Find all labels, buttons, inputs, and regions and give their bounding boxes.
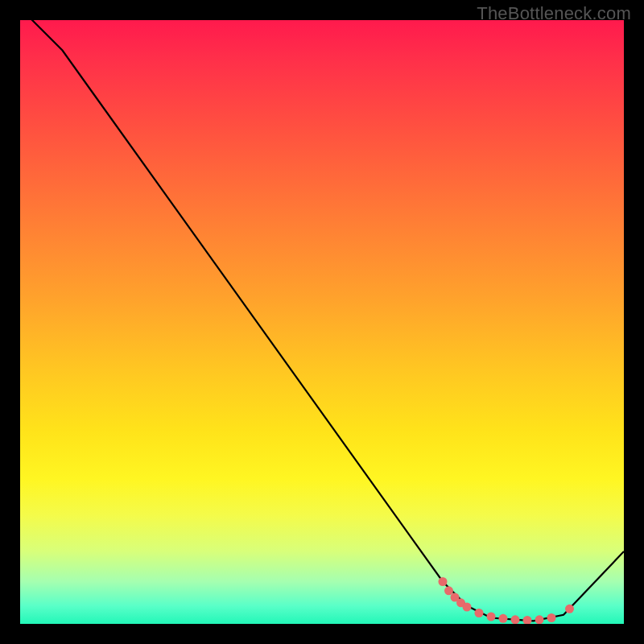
data-marker [463, 603, 472, 612]
data-marker [475, 609, 484, 617]
data-marker [444, 586, 453, 595]
data-marker [511, 615, 520, 624]
data-markers [439, 577, 575, 624]
data-marker [565, 605, 574, 613]
data-marker [499, 614, 508, 623]
data-marker [439, 577, 448, 586]
chart-svg [20, 20, 624, 624]
curve-line [20, 20, 624, 621]
data-marker [523, 616, 532, 624]
data-marker [487, 613, 496, 621]
plot-area [20, 20, 624, 624]
data-marker [535, 615, 544, 624]
watermark-text: TheBottleneck.com [477, 3, 631, 24]
data-marker [547, 613, 556, 622]
